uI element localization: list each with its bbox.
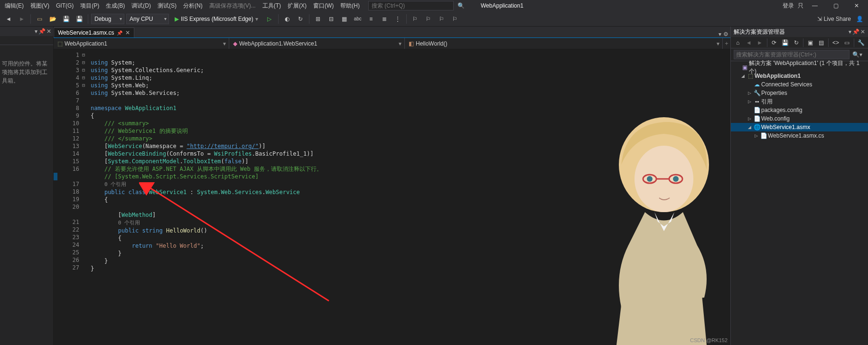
preview-icon[interactable]: ▭ — [842, 39, 852, 46]
save-icon[interactable]: 💾 — [60, 13, 72, 25]
login-link[interactable]: 登录 — [783, 2, 794, 10]
account-icon[interactable]: 👤 — [854, 13, 865, 25]
wrench-icon: 🔧 — [753, 90, 761, 96]
menu-extensions[interactable]: 扩展(X) — [285, 1, 309, 11]
tree-connected-services[interactable]: ☁ Connected Services — [731, 80, 868, 89]
nav-method[interactable]: ◧ HelloWorld() ▾ — [405, 38, 723, 49]
minimize-button[interactable]: — — [805, 2, 824, 9]
new-project-icon[interactable]: ▭ — [34, 13, 45, 25]
save-all-icon[interactable]: 💾 — [74, 13, 85, 25]
bookmark-prev-icon[interactable]: ⚐ — [423, 13, 434, 25]
menu-debug[interactable]: 调试(D) — [129, 1, 154, 11]
menu-window[interactable]: 窗口(W) — [310, 1, 336, 11]
open-icon[interactable]: 📂 — [47, 13, 58, 25]
folding-column[interactable]: ⊟⊟⊟⊟⊟ — [82, 49, 89, 345]
toolbox-dropdown-icon[interactable]: ▾ — [35, 28, 37, 35]
close-button[interactable]: ✕ — [847, 2, 866, 9]
nav-fwd-icon[interactable]: ► — [16, 13, 28, 25]
expander-icon[interactable]: ◢ — [746, 125, 753, 130]
nav-back-icon[interactable]: ◄ — [3, 13, 14, 25]
maximize-button[interactable]: ▢ — [826, 2, 845, 9]
tree-webservice-asmx[interactable]: ◢ 🌐 WebService1.asmx — [731, 123, 868, 131]
se-save-icon[interactable]: 💾 — [780, 39, 790, 46]
collapse-icon[interactable]: ▤ — [816, 39, 826, 46]
menu-tools[interactable]: 工具(T) — [260, 1, 284, 11]
expander-icon[interactable]: ◢ — [739, 74, 746, 78]
tree-item-label: Web.config — [761, 115, 868, 122]
nav-class[interactable]: ◆ WebApplication1.WebService1 ▾ — [229, 38, 405, 49]
panel-pin-icon[interactable]: 📌 — [852, 28, 859, 35]
tree-web-config[interactable]: ▷ 📄 Web.config — [731, 114, 868, 123]
expander-icon[interactable]: ▷ — [746, 99, 753, 104]
web-icon: 🌐 — [753, 124, 761, 131]
search-icon[interactable]: 🔍 — [455, 2, 467, 9]
tree-webservice-cs[interactable]: ▷ 📄 WebService1.asmx.cs — [731, 131, 868, 140]
tab-overflow-icon[interactable]: ▾ — [719, 31, 721, 37]
menu-project[interactable]: 项目(P) — [77, 1, 102, 11]
method-icon: ◧ — [409, 40, 414, 47]
tb-icon-2[interactable]: ↻ — [295, 13, 306, 25]
platform-combo[interactable]: Any CPU — [126, 14, 169, 24]
menu-git[interactable]: GIT(G) — [53, 1, 76, 10]
tree-references[interactable]: ▷ ▪▪ 引用 — [731, 97, 868, 106]
properties-icon[interactable]: <> — [831, 39, 840, 46]
bookmark-icon[interactable]: ⚐ — [410, 13, 421, 25]
user-icon[interactable]: 只 — [798, 2, 803, 10]
run-button[interactable]: ▶ IIS Express (Microsoft Edge) ▾ — [171, 14, 262, 24]
vertical-scrollbar[interactable] — [723, 49, 730, 345]
quick-search-input[interactable] — [372, 2, 450, 9]
menu-test[interactable]: 测试(S) — [155, 1, 179, 11]
code-content[interactable]: using System; using System.Collections.G… — [89, 49, 723, 345]
bookmark-clear-icon[interactable]: ⚐ — [449, 13, 461, 25]
home-icon[interactable]: ⌂ — [733, 39, 743, 46]
tree-properties[interactable]: ▷ 🔧 Properties — [731, 89, 868, 97]
tb-icon-8[interactable]: ⋮ — [392, 13, 403, 25]
solution-explorer-title: 解决方案资源管理器 — [734, 28, 849, 36]
liveshare-button[interactable]: ⇲ Live Share — [817, 16, 851, 22]
nav-plus-icon[interactable]: ＋ — [723, 38, 730, 49]
pin-icon[interactable]: 📌 — [117, 30, 122, 36]
nav-project[interactable]: ⬚ WebApplication1 ▾ — [54, 38, 229, 49]
show-all-icon[interactable]: ▣ — [805, 39, 815, 46]
solution-tree: ▣ 解决方案 'WebApplication1' (1 个项目，共 1 个) ◢… — [731, 61, 868, 345]
menu-help[interactable]: 帮助(H) — [337, 1, 363, 11]
toolbox-pin-icon[interactable]: 📌 — [38, 28, 46, 35]
start-no-debug-icon[interactable]: ▷ — [264, 13, 275, 25]
menu-analyze[interactable]: 分析(N) — [180, 1, 205, 11]
expander-icon[interactable]: ▷ — [746, 91, 753, 95]
menu-view[interactable]: 视图(V) — [28, 1, 52, 11]
tab-close-icon[interactable]: ✕ — [125, 29, 130, 36]
menu-advanced-save[interactable]: 高级保存选项(V)... — [206, 1, 259, 11]
bookmark-next-icon[interactable]: ⚐ — [436, 13, 448, 25]
refresh-icon[interactable]: ↻ — [791, 39, 801, 46]
solution-search-input[interactable] — [734, 50, 849, 59]
menu-edit[interactable]: 编辑(E) — [2, 1, 27, 11]
csharp-project-icon: ⬚ — [57, 40, 63, 47]
tb-icon-6[interactable]: ≡ — [365, 13, 377, 25]
tb-icon-7[interactable]: ≣ — [379, 13, 390, 25]
expander-icon[interactable]: ▷ — [753, 133, 759, 138]
menu-build[interactable]: 生成(B) — [103, 1, 128, 11]
sync-icon[interactable]: ⟳ — [769, 39, 779, 46]
tab-webservice1[interactable]: WebService1.asmx.cs 📌 ✕ — [54, 28, 134, 37]
quick-search[interactable] — [368, 1, 454, 10]
tree-solution[interactable]: ▣ 解决方案 'WebApplication1' (1 个项目，共 1 个) — [731, 63, 868, 72]
tb-icon-abc[interactable]: abc — [352, 13, 364, 25]
tree-project[interactable]: ◢ ⬚ WebApplication1 — [731, 72, 868, 80]
tb-icon-1[interactable]: ◐ — [281, 13, 293, 25]
tab-settings-icon[interactable]: ⚙ — [723, 31, 728, 37]
tb-icon-4[interactable]: ⊟ — [326, 13, 337, 25]
expander-icon[interactable]: ▷ — [746, 116, 753, 121]
panel-dropdown-icon[interactable]: ▾ — [849, 28, 851, 35]
tb-icon-3[interactable]: ⊞ — [312, 13, 324, 25]
solution-search-icon[interactable]: 🔍▾ — [849, 51, 865, 58]
tb-icon-5[interactable]: ▦ — [339, 13, 350, 25]
se-settings-icon[interactable]: 🔧 — [856, 39, 866, 46]
se-back-icon[interactable]: ◄ — [744, 39, 754, 46]
config-combo[interactable]: Debug — [91, 14, 124, 24]
tree-packages-config[interactable]: 📄 packages.config — [731, 106, 868, 114]
toolbox-close-icon[interactable]: ✕ — [47, 28, 51, 35]
se-fwd-icon[interactable]: ► — [755, 39, 765, 46]
code-editor[interactable]: 12345678910111213141516 17181920 2122232… — [54, 49, 730, 345]
panel-close-icon[interactable]: ✕ — [860, 28, 865, 35]
